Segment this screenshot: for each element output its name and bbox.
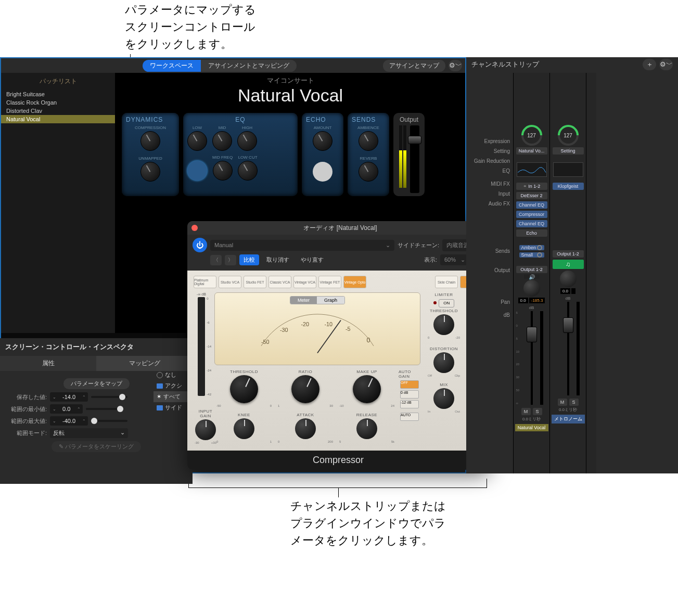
eq-low-knob[interactable]: [187, 131, 207, 151]
power-button[interactable]: ⏻: [193, 238, 207, 252]
limiter-on-button[interactable]: ON: [439, 299, 454, 307]
input-slot[interactable]: ⚭ In 1-2: [516, 183, 547, 190]
vu-graph-tab[interactable]: Graph: [317, 297, 344, 304]
pan-knob[interactable]: [560, 271, 577, 287]
add-channel-icon[interactable]: ＋: [643, 59, 656, 70]
auto-release-button[interactable]: AUTO: [400, 413, 419, 421]
prev-button[interactable]: 〈: [210, 255, 222, 265]
reverb-knob[interactable]: [359, 162, 378, 182]
circuit-vintage-fet[interactable]: Vintage FET: [318, 276, 341, 288]
redo-button[interactable]: やり直す: [297, 254, 328, 265]
patch-item[interactable]: Classic Rock Organ: [1, 98, 115, 107]
vu-toggle[interactable]: Meter Graph: [290, 296, 345, 304]
output-slot[interactable]: Output 1-2: [516, 266, 547, 273]
autogain-0db[interactable]: 0 dB: [400, 390, 419, 399]
solo-button[interactable]: S: [533, 408, 542, 415]
fx-slot[interactable]: DeEsser 2: [516, 192, 547, 199]
knee-knob[interactable]: [234, 418, 254, 439]
circuit-classic-vca[interactable]: Classic VCA: [268, 276, 291, 288]
view-segmented[interactable]: ワークスペース アサインメントとマッピング: [143, 60, 297, 72]
ambience-knob[interactable]: [359, 131, 378, 151]
tab-workspace[interactable]: ワークスペース: [143, 60, 201, 72]
mute-button[interactable]: M: [558, 399, 567, 406]
saved-value-slider[interactable]: [91, 396, 127, 398]
fx-slot[interactable]: Channel EQ: [516, 201, 547, 209]
preset-dropdown[interactable]: Manual⌄: [210, 240, 394, 251]
output-slot[interactable]: Output 1-2: [553, 250, 584, 258]
sidechain-btn[interactable]: Side Chain: [435, 276, 458, 288]
tab-attributes[interactable]: 属性: [0, 356, 96, 371]
threshold-knob[interactable]: [230, 375, 258, 403]
fx-slot[interactable]: Echo: [516, 229, 547, 237]
eq-mid-knob[interactable]: [212, 131, 232, 151]
compare-button[interactable]: 比較: [239, 254, 259, 265]
makeup-knob[interactable]: [353, 375, 381, 403]
music-icon[interactable]: ♫: [553, 260, 584, 269]
input-slot[interactable]: Klopfgeist: [553, 183, 584, 190]
eq-toggle-button[interactable]: [187, 161, 207, 181]
compression-knob[interactable]: [140, 131, 160, 151]
fx-slot[interactable]: Compressor: [516, 211, 547, 218]
echo-amount-knob[interactable]: [313, 131, 332, 151]
channel-name[interactable]: メトロノーム: [552, 415, 585, 424]
volume-fader[interactable]: 60510203050∞: [516, 311, 547, 405]
circuit-studio-vca[interactable]: Studio VCA: [219, 276, 241, 288]
eq-midfreq-knob[interactable]: [213, 161, 233, 181]
release-knob[interactable]: [356, 418, 377, 439]
eq-lowcut-knob[interactable]: [238, 161, 258, 181]
autogain-12db[interactable]: -12 dB: [400, 400, 419, 408]
mix-knob[interactable]: [433, 388, 454, 409]
input-gain-knob[interactable]: [195, 419, 216, 440]
volume-fader[interactable]: [553, 302, 584, 395]
circuit-platinum[interactable]: Platinum Digital: [194, 276, 216, 288]
ratio-knob[interactable]: [291, 375, 319, 403]
saved-value-stepper[interactable]: ⌄-14.0⌃: [50, 392, 88, 402]
send-slot[interactable]: Amben: [519, 245, 544, 250]
output-fader[interactable]: [410, 125, 419, 193]
next-button[interactable]: 〉: [225, 255, 236, 265]
range-min-stepper[interactable]: ⌄0.0⌃: [50, 404, 83, 414]
eq-thumbnail[interactable]: [517, 162, 547, 177]
pan-knob[interactable]: [523, 280, 540, 297]
vu-meter-tab[interactable]: Meter: [290, 297, 317, 304]
attack-knob[interactable]: [295, 418, 316, 439]
distortion-knob[interactable]: [433, 352, 454, 373]
range-max-stepper[interactable]: ⌄-40.0⌃: [50, 416, 88, 426]
circuit-studio-fet[interactable]: Studio FET: [244, 276, 266, 288]
autogain-off[interactable]: OFF: [400, 380, 419, 389]
circuit-vintage-vca[interactable]: Vintage VCA: [293, 276, 316, 288]
expression-knob[interactable]: 127: [558, 125, 579, 146]
echo-toggle-button[interactable]: [313, 162, 332, 182]
channel-gear-icon[interactable]: ⚙︎﹀: [659, 59, 673, 70]
close-icon[interactable]: [191, 225, 198, 231]
patch-item[interactable]: Distorted Clav: [1, 107, 115, 115]
gear-dropdown-icon[interactable]: ⚙︎﹀: [449, 60, 462, 71]
assign-and-map-button[interactable]: アサインとマップ: [383, 60, 445, 72]
map-parameter-button[interactable]: パラメータをマップ: [63, 378, 130, 389]
expression-knob[interactable]: 127: [521, 125, 542, 146]
range-min-slider[interactable]: [86, 408, 122, 410]
tab-assign-mapping[interactable]: アサインメントとマッピング: [201, 60, 297, 72]
solo-button[interactable]: S: [569, 399, 579, 406]
strip-name-top[interactable]: Setting: [553, 147, 584, 155]
limiter-threshold-knob[interactable]: [433, 314, 454, 335]
channel-name[interactable]: Natural Vocal: [515, 424, 548, 431]
send-slot[interactable]: Small: [519, 252, 544, 258]
patch-item-selected[interactable]: Natural Vocal: [1, 115, 115, 123]
mute-button[interactable]: M: [521, 408, 531, 415]
view-zoom-select[interactable]: 60%⌄: [440, 254, 469, 265]
channel-row-labels: Expression Setting Gain Reduction EQ MID…: [466, 125, 513, 322]
range-mode-select[interactable]: 反転⌄: [50, 428, 128, 438]
eq-thumbnail[interactable]: [553, 162, 583, 177]
plugin-titlebar[interactable]: オーディオ [Natural Vocal] ⊕: [187, 221, 489, 235]
undo-button[interactable]: 取り消す: [262, 254, 293, 265]
strip-name-top[interactable]: Natural Vo...: [516, 147, 547, 155]
unmapped-knob[interactable]: [140, 162, 160, 182]
range-max-slider[interactable]: [91, 420, 127, 422]
knob-label: MID FREQ: [212, 155, 233, 160]
fx-slot[interactable]: Channel EQ: [516, 220, 547, 227]
tab-mapping[interactable]: マッピング: [96, 356, 193, 371]
patch-item[interactable]: Bright Suitcase: [1, 90, 115, 98]
circuit-vintage-opto[interactable]: Vintage Opto: [343, 276, 366, 288]
eq-high-knob[interactable]: [237, 131, 257, 151]
